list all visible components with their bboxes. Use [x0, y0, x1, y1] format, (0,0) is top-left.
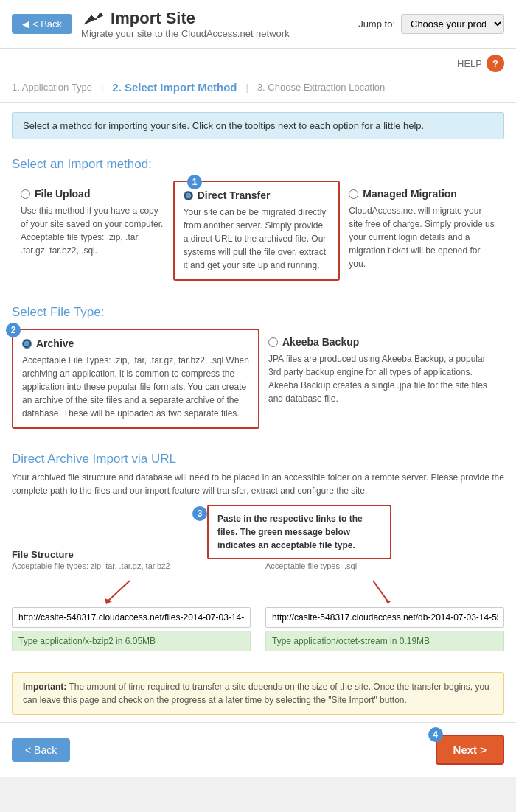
managed-migration-radio[interactable]: [349, 189, 358, 199]
direct-transfer-radio[interactable]: [184, 191, 193, 200]
main-content: HELP ? 1. Application Type | 2. Select I…: [0, 49, 516, 777]
archive-label: Archive: [36, 337, 74, 349]
file-structure-input-group: Type application/x-bzip2 in 6.05MB: [12, 607, 251, 651]
divider2: [12, 441, 504, 441]
breadcrumb-sep2: |: [246, 82, 248, 93]
header: ◀ < Back Import Site Migrate your site t…: [0, 0, 516, 49]
import-options: 1 File Upload Use this method if you hav…: [12, 181, 504, 281]
arrows-area: [12, 579, 504, 606]
jump-to-section: Jump to: Choose your prod...: [358, 14, 504, 34]
info-banner: Select a method for importing your site.…: [12, 112, 504, 139]
notice-bold: Important:: [23, 682, 66, 692]
footer-back-label: < Back: [25, 744, 57, 756]
breadcrumb-step1[interactable]: 1. Application Type: [12, 82, 92, 93]
step3-badge: 3: [192, 506, 207, 521]
breadcrumb-step2[interactable]: 2. Select Import Method: [112, 81, 237, 94]
next-button-wrap: 4 Next >: [436, 735, 504, 765]
file-type-section: Select File Type: 2 Archive Acceptable F…: [0, 296, 516, 438]
notice-text: The amount of time required to transfer …: [23, 682, 489, 705]
jump-to-label: Jump to:: [358, 18, 395, 29]
file-structure-status: Type application/x-bzip2 in 6.05MB: [12, 631, 251, 651]
important-notice: Important: The amount of time required t…: [12, 672, 504, 715]
svg-marker-0: [84, 13, 103, 24]
direct-transfer-option[interactable]: Direct Transfer Your site can be be migr…: [173, 181, 341, 281]
page-subtitle: Migrate your site to the CloudAccess.net…: [81, 28, 290, 39]
step3-tooltip-area: 3 Paste in the respective links to the f…: [12, 506, 504, 543]
direct-transfer-desc: Your site can be be migrated directly fr…: [184, 206, 330, 272]
header-back-button[interactable]: ◀ < Back: [12, 14, 72, 34]
akeeba-radio[interactable]: [268, 337, 278, 347]
arrows-svg: [12, 579, 498, 606]
akeeba-desc: JPA files are produced using Akeeba Back…: [268, 352, 495, 405]
step2-badge: 2: [6, 323, 21, 337]
archive-radio[interactable]: [22, 339, 32, 349]
managed-migration-desc: CloudAccess.net will migrate your site f…: [349, 204, 495, 270]
akeeba-option[interactable]: Akeeba Backup JPA files are produced usi…: [259, 329, 504, 429]
step3-tooltip: Paste in the respective links to the fil…: [207, 505, 391, 559]
database-input[interactable]: [265, 607, 504, 628]
database-sublabel: Acceptable file types: .sql: [265, 561, 504, 570]
url-title: Direct Archive Import via URL: [12, 452, 504, 466]
breadcrumb: 1. Application Type | 2. Select Import M…: [0, 75, 516, 103]
url-desc: Your archived file structure and databas…: [12, 471, 504, 497]
direct-transfer-label: Direct Transfer: [198, 189, 271, 201]
help-button[interactable]: ?: [487, 55, 504, 72]
back-arrow-icon: ◀: [22, 18, 29, 29]
header-left: ◀ < Back Import Site Migrate your site t…: [12, 9, 290, 39]
divider1: [12, 293, 504, 293]
akeeba-label: Akeeba Backup: [282, 336, 359, 348]
site-title: Import Site Migrate your site to the Clo…: [81, 9, 290, 39]
footer-back-button[interactable]: < Back: [12, 738, 70, 762]
svg-marker-4: [385, 598, 391, 604]
back-label: < Back: [32, 18, 62, 29]
breadcrumb-step3[interactable]: 3. Choose Extraction Location: [257, 82, 385, 93]
file-type-title: Select File Type:: [12, 305, 504, 320]
archive-desc: Acceptable File Types: .zip, .tar, .tar.…: [22, 354, 249, 420]
file-upload-radio[interactable]: [21, 189, 30, 199]
page-title: Import Site: [111, 9, 195, 28]
url-section: Direct Archive Import via URL Your archi…: [0, 444, 516, 665]
svg-marker-2: [105, 598, 112, 604]
footer-next-button[interactable]: Next >: [436, 735, 504, 765]
file-upload-desc: Use this method if you have a copy of yo…: [21, 204, 167, 257]
breadcrumb-sep1: |: [101, 82, 103, 93]
import-section-title: Select an Import method:: [12, 157, 504, 172]
file-structure-input[interactable]: [12, 607, 251, 628]
file-structure-sublabel: Acceptable file types: zip, tar, .tar.gz…: [12, 561, 251, 570]
help-bar: HELP ?: [0, 49, 516, 75]
help-label: HELP: [457, 58, 482, 69]
svg-line-3: [373, 581, 388, 601]
database-status: Type application/octet-stream in 0.19MB: [265, 631, 504, 651]
footer-next-label: Next >: [453, 743, 487, 756]
jump-to-select[interactable]: Choose your prod...: [401, 14, 504, 34]
managed-migration-label: Managed Migration: [363, 188, 457, 200]
database-input-group: Type application/octet-stream in 0.19MB: [265, 607, 504, 651]
footer: < Back 4 Next >: [0, 722, 516, 777]
import-method-section: Select an Import method: 1 File Upload U…: [0, 148, 516, 290]
info-banner-text: Select a method for importing your site.…: [23, 120, 424, 131]
file-upload-label: File Upload: [35, 188, 90, 200]
file-type-options: 2 Archive Acceptable File Types: .zip, .…: [12, 329, 504, 429]
archive-option[interactable]: Archive Acceptable File Types: .zip, .ta…: [12, 329, 259, 429]
input-fields-row: Type application/x-bzip2 in 6.05MB Type …: [12, 607, 504, 651]
managed-migration-option[interactable]: Managed Migration CloudAccess.net will m…: [340, 181, 504, 281]
step1-badge: 1: [187, 175, 202, 189]
svg-line-1: [108, 581, 130, 601]
step3-tooltip-text: Paste in the respective links to the fil…: [217, 514, 363, 550]
logo-icon: [81, 10, 105, 27]
file-upload-option[interactable]: File Upload Use this method if you have …: [12, 181, 173, 281]
step4-badge: 4: [428, 727, 443, 742]
